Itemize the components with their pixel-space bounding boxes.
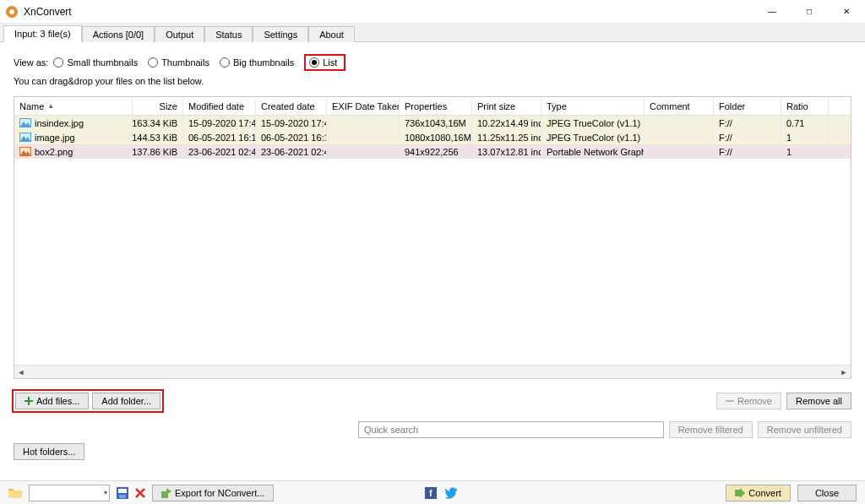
svg-rect-16 [119, 495, 126, 498]
footer-bar: ▾ Export for NConvert... f Convert Close [0, 480, 865, 504]
list-row[interactable]: box2.png 137.86 KiB 23-06-2021 02:4... 2… [14, 144, 851, 159]
close-window-button[interactable]: ✕ [828, 0, 865, 24]
quick-search-input[interactable]: Quick search [358, 421, 664, 438]
col-size[interactable]: Size [133, 97, 183, 115]
tab-output[interactable]: Output [155, 26, 204, 42]
col-exif[interactable]: EXIF Date Taken [327, 97, 400, 115]
radio-list-highlight: List [304, 54, 345, 71]
svg-text:f: f [429, 488, 432, 498]
remove-unfiltered-button[interactable]: Remove unfiltered [758, 421, 851, 438]
radio-icon [220, 57, 230, 68]
scroll-left-icon[interactable]: ◄ [14, 368, 28, 377]
remove-filtered-button[interactable]: Remove filtered [669, 421, 753, 438]
image-file-icon [19, 147, 31, 156]
drag-drop-hint: You can drag&drop your files on the list… [14, 76, 851, 86]
add-buttons-highlight: Add files... Add folder... [12, 389, 164, 413]
col-print[interactable]: Print size [472, 97, 541, 115]
sort-asc-icon: ▲ [47, 102, 54, 110]
col-type[interactable]: Type [541, 97, 645, 115]
image-file-icon [19, 133, 31, 142]
export-nconvert-button[interactable]: Export for NConvert... [152, 485, 274, 501]
twitter-icon[interactable] [445, 487, 457, 499]
remove-button[interactable]: Remove [716, 393, 781, 409]
horizontal-scrollbar[interactable]: ◄ ► [14, 365, 851, 378]
svg-rect-22 [735, 490, 740, 496]
convert-button[interactable]: Convert [726, 485, 791, 501]
col-folder[interactable]: Folder [714, 97, 781, 115]
svg-rect-13 [726, 400, 734, 402]
col-name[interactable]: Name▲ [14, 97, 133, 115]
hot-folders-button[interactable]: Hot folders... [14, 443, 84, 460]
svg-rect-12 [24, 400, 33, 402]
radio-thumbnails[interactable]: Thumbnails [148, 57, 209, 68]
radio-big-thumbnails[interactable]: Big thumbnails [220, 57, 294, 68]
tab-about[interactable]: About [308, 26, 355, 42]
remove-all-button[interactable]: Remove all [786, 393, 851, 409]
convert-icon [735, 488, 745, 498]
tab-settings[interactable]: Settings [253, 26, 308, 42]
app-icon [5, 5, 19, 19]
facebook-icon[interactable]: f [425, 487, 437, 499]
list-row[interactable]: insindex.jpg 163.34 KiB 15-09-2020 17:4.… [14, 116, 851, 130]
list-body: insindex.jpg 163.34 KiB 15-09-2020 17:4.… [14, 116, 851, 365]
list-row[interactable]: image.jpg 144.53 KiB 06-05-2021 16:1... … [14, 130, 851, 144]
col-modified[interactable]: Modified date [183, 97, 256, 115]
radio-list[interactable]: List [309, 57, 337, 68]
close-button[interactable]: Close [797, 485, 857, 501]
export-icon [161, 488, 171, 498]
tab-actions[interactable]: Actions [0/0] [82, 26, 155, 42]
add-folder-button[interactable]: Add folder... [92, 393, 160, 409]
file-list: Name▲ Size Modified date Created date EX… [14, 96, 851, 379]
radio-icon [309, 57, 319, 68]
plus-icon [24, 397, 33, 405]
radio-icon [53, 57, 63, 68]
tab-status[interactable]: Status [204, 26, 253, 42]
col-properties[interactable]: Properties [400, 97, 472, 115]
list-header: Name▲ Size Modified date Created date EX… [14, 97, 851, 116]
radio-small-thumbnails[interactable]: Small thumbnails [53, 57, 138, 68]
svg-rect-15 [118, 489, 127, 493]
delete-icon[interactable] [135, 488, 145, 498]
preset-combo[interactable]: ▾ [29, 485, 110, 501]
minimize-button[interactable]: — [753, 0, 791, 24]
open-folder-icon[interactable] [8, 487, 22, 499]
col-comment[interactable]: Comment [645, 97, 714, 115]
view-as-label: View as: [14, 57, 48, 68]
add-files-button[interactable]: Add files... [15, 393, 89, 409]
tab-input[interactable]: Input: 3 file(s) [3, 25, 82, 42]
col-created[interactable]: Created date [256, 97, 327, 115]
window-title: XnConvert [24, 6, 753, 18]
image-file-icon [19, 118, 31, 127]
maximize-button[interactable]: □ [791, 0, 828, 24]
svg-point-1 [9, 9, 14, 14]
radio-icon [148, 57, 158, 68]
scroll-right-icon[interactable]: ► [837, 368, 851, 377]
save-icon[interactable] [117, 487, 128, 499]
view-as-row: View as: Small thumbnails Thumbnails Big… [14, 54, 851, 71]
main-tabs: Input: 3 file(s) Actions [0/0] Output St… [0, 24, 865, 42]
minus-icon [726, 397, 734, 405]
col-ratio[interactable]: Ratio [781, 97, 829, 115]
title-bar: XnConvert — □ ✕ [0, 0, 865, 24]
chevron-down-icon: ▾ [104, 489, 107, 496]
